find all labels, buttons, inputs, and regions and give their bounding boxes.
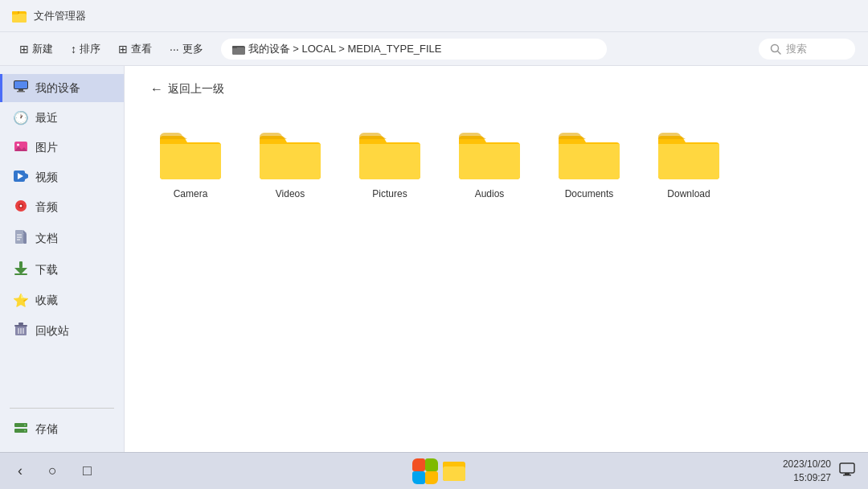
folder-item-pictures[interactable]: Pictures [350,119,430,206]
svg-marker-18 [25,173,28,179]
folder-item-documents[interactable]: Documents [549,119,629,206]
sort-button[interactable]: ↕ 排序 [64,39,107,60]
sort-icon: ↕ [71,43,76,55]
sidebar-label-videos: 视频 [35,171,58,185]
svg-rect-43 [412,471,425,484]
sidebar-item-audio[interactable]: 音频 [0,193,124,222]
sidebar-label-pictures: 图片 [35,141,58,155]
breadcrumb-text: 我的设备 > LOCAL > MEDIA_TYPE_FILE [248,42,442,56]
folder-label-camera: Camera [174,188,208,199]
folder-icon-pictures [358,125,422,182]
folder-icon-audios [457,125,522,182]
svg-rect-24 [23,233,27,244]
folder-icon-camera [158,125,223,182]
sidebar-label-documents: 文档 [35,232,58,246]
sidebar-item-my-device[interactable]: 我的设备 [0,74,124,102]
app-icon [11,8,27,24]
sidebar-label-my-device: 我的设备 [35,81,80,96]
taskbar-date: 2023/10/20 [783,458,831,471]
content-area: ← 返回上一级 Camera [125,66,868,452]
svg-rect-5 [232,47,245,55]
title-bar: 文件管理器 [0,0,868,32]
svg-rect-33 [18,323,23,325]
taskbar-right: 2023/10/20 15:09:27 [783,458,855,485]
breadcrumb[interactable]: 我的设备 > LOCAL > MEDIA_TYPE_FILE [221,39,607,60]
svg-rect-6 [232,46,237,48]
recent-icon: 🕐 [13,110,29,125]
svg-line-8 [778,51,781,54]
folder-label-videos: Videos [276,188,305,199]
new-label: 新建 [32,42,53,56]
audio-icon [13,199,29,216]
main-area: 我的设备 🕐 最近 图片 [0,66,868,452]
sidebar-item-favorites[interactable]: ⭐ 收藏 [0,286,124,314]
taskbar-app-icon[interactable] [412,458,438,484]
sidebar: 我的设备 🕐 最近 图片 [0,66,125,452]
search-placeholder: 搜索 [786,42,807,56]
view-label: 查看 [131,42,152,56]
taskbar-center [96,458,783,484]
more-label: 更多 [182,42,203,56]
new-button[interactable]: ⊞ 新建 [13,39,59,60]
svg-rect-48 [840,463,854,473]
my-device-icon [13,80,29,96]
sidebar-label-trash: 回收站 [35,324,69,339]
svg-rect-30 [14,273,27,275]
svg-rect-46 [443,466,465,481]
folder-item-videos[interactable]: Videos [250,119,330,206]
favorites-icon: ⭐ [13,293,29,308]
svg-rect-10 [14,81,27,88]
videos-icon [13,171,29,185]
more-icon: ··· [170,43,179,55]
sidebar-item-downloads[interactable]: 下载 [0,255,124,285]
more-button[interactable]: ··· 更多 [163,39,210,60]
sidebar-item-documents[interactable]: 文档 [0,224,124,253]
sidebar-item-trash[interactable]: 回收站 [0,316,124,346]
svg-point-39 [24,425,26,426]
sidebar-item-storage[interactable]: 存储 [0,415,124,444]
svg-point-40 [24,430,26,432]
breadcrumb-folder-icon [232,43,245,55]
search-icon [770,43,781,55]
folder-item-camera[interactable]: Camera [150,119,231,206]
taskbar: ‹ ○ □ 2023/10/20 15:09:27 [0,452,868,489]
svg-rect-12 [17,91,25,92]
folder-icon-videos [258,125,322,182]
folder-label-pictures: Pictures [372,188,407,199]
svg-rect-11 [18,89,23,91]
documents-icon [13,230,29,247]
svg-rect-3 [18,11,19,14]
back-label: 返回上一级 [168,82,224,97]
monitor-icon[interactable] [839,462,855,480]
sidebar-item-recent[interactable]: 🕐 最近 [0,104,124,132]
nav-back-button[interactable]: ‹ [13,459,27,483]
view-button[interactable]: ⊞ 查看 [112,39,158,60]
folder-item-audios[interactable]: Audios [449,119,530,206]
folder-item-download[interactable]: Download [649,119,729,206]
svg-rect-47 [443,462,452,466]
sidebar-item-pictures[interactable]: 图片 [0,134,124,162]
svg-rect-1 [12,14,27,23]
sidebar-divider [10,408,114,409]
taskbar-file-icon[interactable] [441,458,467,484]
taskbar-time: 15:09:27 [783,471,831,485]
app-title: 文件管理器 [34,9,86,23]
sidebar-item-videos[interactable]: 视频 [0,164,124,191]
sort-label: 排序 [80,42,100,56]
taskbar-datetime: 2023/10/20 15:09:27 [783,458,831,485]
folder-icon-download [657,125,721,182]
sidebar-label-audio: 音频 [35,200,58,215]
folder-label-download: Download [667,188,710,199]
folder-grid: Camera Videos [144,116,849,209]
nav-home-button[interactable]: ○ [43,459,62,483]
back-button[interactable]: ← 返回上一级 [144,79,231,100]
sidebar-label-storage: 存储 [35,422,58,437]
nav-recents-button[interactable]: □ [78,459,96,483]
folder-label-documents: Documents [565,188,614,199]
svg-rect-2 [12,11,18,14]
svg-point-14 [17,144,19,146]
downloads-icon [13,261,29,278]
svg-marker-23 [23,230,27,233]
back-arrow-icon: ← [150,82,163,97]
search-bar[interactable]: 搜索 [759,39,855,60]
